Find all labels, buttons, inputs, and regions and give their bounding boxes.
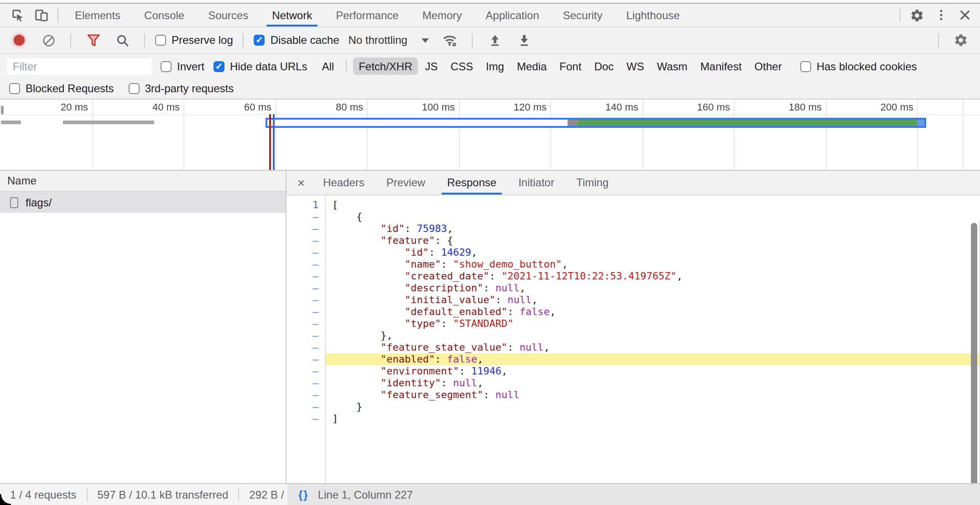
settings-gear-icon[interactable] <box>905 4 929 26</box>
network-settings-gear-icon[interactable] <box>949 33 973 47</box>
pretty-print-button[interactable]: {} <box>298 488 309 501</box>
preserve-log-checkbox[interactable]: Preserve log <box>155 34 233 47</box>
type-filter-img[interactable]: Img <box>480 58 510 75</box>
detail-tab-timing[interactable]: Timing <box>565 171 620 195</box>
fold-marker[interactable]: – <box>287 247 325 258</box>
invert-checkbox[interactable]: Invert <box>161 60 204 73</box>
type-filter-js[interactable]: JS <box>420 58 443 75</box>
tab-security[interactable]: Security <box>551 4 615 26</box>
checkbox-icon[interactable] <box>161 61 172 72</box>
type-filter-media[interactable]: Media <box>511 58 552 75</box>
request-bar-2[interactable] <box>63 121 154 124</box>
detail-tab-headers[interactable]: Headers <box>312 171 375 195</box>
fold-marker[interactable]: – <box>287 258 325 270</box>
checkbox-checked-icon[interactable]: ✓ <box>254 35 265 46</box>
network-conditions-icon[interactable] <box>438 33 462 47</box>
fold-marker[interactable]: – <box>287 223 325 235</box>
request-row-selected[interactable]: flags/ <box>0 192 286 213</box>
tab-label: Preview <box>386 176 425 189</box>
type-filter-wasm[interactable]: Wasm <box>652 58 693 75</box>
type-filter-doc[interactable]: Doc <box>589 58 619 75</box>
name-column-header[interactable]: Name <box>0 171 286 192</box>
tab-lighthouse[interactable]: Lighthouse <box>614 4 691 26</box>
type-filter-manifest[interactable]: Manifest <box>695 58 747 75</box>
tab-label: Lighthouse <box>626 9 679 21</box>
tick-label: 20 ms <box>0 101 88 112</box>
fold-marker[interactable]: – <box>287 282 325 294</box>
fold-marker[interactable]: – <box>287 389 325 401</box>
preserve-log-label: Preserve log <box>172 34 233 47</box>
type-filter-other[interactable]: Other <box>749 58 787 75</box>
fold-marker[interactable]: – <box>287 306 325 318</box>
tab-application[interactable]: Application <box>474 4 551 26</box>
blocked-requests-label: Blocked Requests <box>26 82 114 95</box>
detail-tab-response[interactable]: Response <box>436 171 507 195</box>
checkbox-checked-icon[interactable]: ✓ <box>214 61 224 72</box>
has-blocked-cookies-checkbox[interactable]: Has blocked cookies <box>800 60 917 73</box>
filter-input[interactable] <box>7 58 151 74</box>
type-filter-ws[interactable]: WS <box>621 58 650 75</box>
search-icon[interactable] <box>110 33 134 47</box>
fold-marker[interactable]: – <box>287 377 325 389</box>
checkbox-icon[interactable] <box>155 35 166 46</box>
type-filter-font[interactable]: Font <box>554 58 587 75</box>
selected-request-bar[interactable] <box>266 118 926 128</box>
fold-marker[interactable]: – <box>287 330 325 342</box>
tab-console[interactable]: Console <box>132 4 196 26</box>
tab-elements[interactable]: Elements <box>63 4 132 26</box>
detail-tab-preview[interactable]: Preview <box>375 171 436 195</box>
hide-data-urls-checkbox[interactable]: ✓ Hide data URLs <box>214 60 307 73</box>
tab-label: Elements <box>75 9 120 21</box>
record-button[interactable] <box>14 35 25 46</box>
fold-marker[interactable]: – <box>287 211 325 223</box>
type-filter-all[interactable]: All <box>316 58 339 75</box>
close-icon[interactable] <box>953 4 976 26</box>
filter-funnel-icon[interactable] <box>81 33 105 47</box>
detail-tab-bar: × HeadersPreviewResponseInitiatorTiming <box>287 171 980 195</box>
third-party-requests-checkbox[interactable]: 3rd-party requests <box>128 82 234 95</box>
phase-stalled <box>568 120 578 126</box>
fold-marker[interactable]: – <box>287 270 325 282</box>
checkbox-icon[interactable] <box>128 83 139 94</box>
type-filter-fetch-xhr[interactable]: Fetch/XHR <box>353 58 417 75</box>
inspect-element-icon[interactable] <box>5 4 29 26</box>
tick-label: 40 ms <box>89 101 180 112</box>
checkbox-icon[interactable] <box>9 83 20 94</box>
network-overview-timeline[interactable]: 20 ms40 ms60 ms80 ms100 ms120 ms140 ms16… <box>0 100 980 171</box>
clear-network-log-icon[interactable] <box>36 33 60 47</box>
detail-tab-initiator[interactable]: Initiator <box>507 171 565 195</box>
window-top-edge <box>0 0 980 4</box>
type-filter-css[interactable]: CSS <box>445 58 479 75</box>
blocked-requests-checkbox[interactable]: Blocked Requests <box>9 82 114 95</box>
fold-marker[interactable]: – <box>287 342 325 353</box>
divider <box>144 33 145 47</box>
fold-marker[interactable]: – <box>287 401 325 413</box>
fold-marker[interactable]: – <box>287 235 325 247</box>
export-har-icon[interactable] <box>512 33 536 47</box>
tab-label: Application <box>485 9 539 21</box>
close-detail-icon[interactable]: × <box>290 171 312 195</box>
window-corner <box>0 494 11 505</box>
import-har-icon[interactable] <box>483 33 507 47</box>
code-text: "name": "show_demo_button", <box>325 258 980 270</box>
tab-memory[interactable]: Memory <box>411 4 474 26</box>
fold-marker[interactable]: – <box>287 318 325 330</box>
tab-performance[interactable]: Performance <box>324 4 410 26</box>
kebab-menu-icon[interactable] <box>929 4 953 26</box>
divider <box>472 33 473 47</box>
tab-network[interactable]: Network <box>260 4 324 26</box>
response-line: 1[ <box>287 199 980 211</box>
tab-sources[interactable]: Sources <box>196 4 260 26</box>
throttling-select[interactable]: No throttling <box>345 34 433 47</box>
vertical-scrollbar[interactable] <box>971 223 977 483</box>
disable-cache-checkbox[interactable]: ✓ Disable cache <box>254 34 339 47</box>
code-text: "feature": { <box>325 235 980 247</box>
checkbox-icon[interactable] <box>800 61 811 72</box>
fold-marker[interactable]: – <box>287 365 325 377</box>
fold-marker[interactable]: – <box>287 294 325 306</box>
request-bar-1[interactable] <box>1 121 21 124</box>
fold-marker[interactable]: – <box>287 413 325 425</box>
fold-marker[interactable]: – <box>287 353 325 365</box>
device-toolbar-icon[interactable] <box>29 4 53 26</box>
response-line: – }, <box>287 330 980 342</box>
